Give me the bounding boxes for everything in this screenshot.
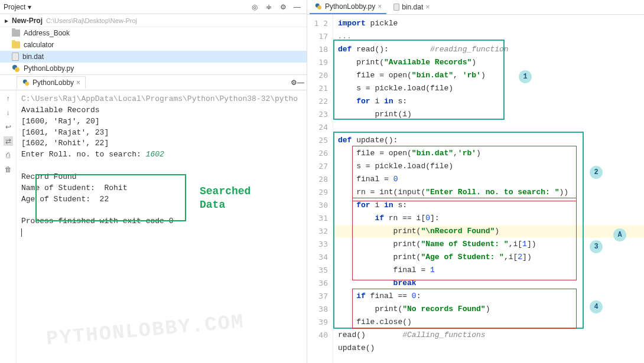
project-header: Project ▾ ◎ ≑ ⚙ — — [0, 0, 307, 14]
annotation-box-2 — [352, 146, 577, 201]
svg-point-5 — [317, 5, 321, 9]
console-output[interactable]: C:\Users\Raj\AppData\Local\Programs\Pyth… — [17, 90, 307, 363]
file-icon — [12, 53, 19, 61]
back-arrow-icon[interactable]: ↩ — [4, 122, 13, 132]
cursor — [21, 228, 22, 237]
watermark: PYTHONLOBBY.COM — [45, 308, 245, 354]
circle-4: 4 — [590, 300, 603, 313]
svg-point-3 — [25, 81, 29, 86]
tree-item-address-book[interactable]: Address_Book — [0, 27, 307, 39]
console-tab-bar: PythonLobby × ⚙ — — [0, 75, 307, 90]
tab-label: bin.dat — [402, 3, 423, 11]
gear-icon[interactable]: ⚙ — [277, 1, 289, 13]
close-icon[interactable]: × — [378, 2, 382, 11]
close-icon[interactable]: × — [76, 79, 80, 87]
circle-A: A — [613, 228, 626, 241]
collapse-icon[interactable]: ≑ — [263, 1, 275, 13]
down-arrow-icon[interactable]: ↓ — [4, 108, 13, 117]
tree-label: PythonLobby.py — [24, 64, 74, 73]
annotation-box-3 — [352, 198, 577, 280]
up-arrow-icon[interactable]: ↑ — [4, 94, 13, 103]
minimize-icon[interactable]: — — [291, 1, 303, 13]
console-tab[interactable]: PythonLobby × — [17, 76, 86, 89]
circle-3: 3 — [590, 240, 603, 253]
file-icon — [393, 4, 399, 11]
code-editor[interactable]: import pickle ... def read(): #reading_f… — [333, 15, 644, 363]
project-path: C:\Users\Raj\Desktop\New-Proj — [46, 17, 137, 24]
project-label[interactable]: Project — [4, 3, 25, 11]
console-prompt: Enter Roll. no. to search: — [21, 150, 146, 159]
tree-label: calculator — [24, 41, 54, 49]
folder-icon — [12, 41, 20, 48]
console-line: [1600, 'Raj', 20] — [21, 117, 100, 126]
minimize-icon[interactable]: — — [297, 79, 304, 87]
console-gutter: ↑ ↓ ↩ ⇄ ⎙ 🗑 — [0, 90, 17, 363]
console-path: C:\Users\Raj\AppData\Local\Programs\Pyth… — [21, 94, 298, 103]
tree-item-pythonlobby[interactable]: PythonLobby.py — [0, 63, 307, 74]
console-line: Available Records — [21, 106, 100, 115]
tree-label: bin.dat — [22, 53, 44, 61]
print-icon[interactable]: ⎙ — [4, 151, 13, 160]
searched-data-label: SearchedData — [200, 185, 251, 212]
editor-tab-pythonlobby[interactable]: PythonLobby.py × — [310, 0, 386, 14]
editor-area[interactable]: 1 2 17 18 19 20 21 22 23 24 25 26 27 28 … — [307, 15, 644, 363]
searched-data-box — [35, 174, 186, 221]
tree-item-calculator[interactable]: calculator — [0, 39, 307, 51]
console-line: [1602, 'Rohit', 22] — [21, 139, 109, 148]
project-name[interactable]: New-Proj — [12, 17, 43, 25]
annotation-box-4 — [352, 289, 577, 329]
tree-item-bin-dat[interactable]: bin.dat — [0, 51, 307, 63]
file-tree: Address_Book calculator bin.dat PythonLo… — [0, 27, 307, 74]
svg-point-1 — [15, 67, 19, 72]
python-icon — [314, 2, 323, 11]
console-tab-label: PythonLobby — [32, 79, 74, 87]
folder-icon — [12, 30, 20, 37]
editor-tabs: PythonLobby.py × bin.dat × — [307, 0, 644, 15]
line-gutter: 1 2 17 18 19 20 21 22 23 24 25 26 27 28 … — [307, 15, 333, 363]
python-icon — [12, 64, 20, 73]
tab-label: PythonLobby.py — [325, 2, 375, 11]
dropdown-icon[interactable]: ▾ — [28, 3, 31, 11]
target-icon[interactable]: ◎ — [249, 1, 261, 13]
close-icon[interactable]: × — [425, 3, 430, 11]
console-input-value: 1602 — [146, 150, 164, 159]
trash-icon[interactable]: 🗑 — [4, 165, 13, 174]
annotation-box-read — [333, 40, 505, 120]
console-panel: PythonLobby × ⚙ — ↑ ↓ ↩ ⇄ ⎙ 🗑 C:\Users\R… — [0, 74, 307, 363]
circle-1: 1 — [519, 70, 532, 83]
circle-2: 2 — [590, 166, 603, 179]
tree-label: Address_Book — [24, 29, 70, 37]
editor-tab-bin-dat[interactable]: bin.dat × — [389, 1, 434, 14]
wrap-icon[interactable]: ⇄ — [4, 136, 13, 146]
python-icon — [22, 79, 30, 87]
breadcrumb: ▸ New-Proj C:\Users\Raj\Desktop\New-Proj — [0, 14, 307, 27]
console-line: [1601, 'Rajat', 23] — [21, 128, 109, 137]
gear-icon[interactable]: ⚙ — [291, 79, 297, 87]
